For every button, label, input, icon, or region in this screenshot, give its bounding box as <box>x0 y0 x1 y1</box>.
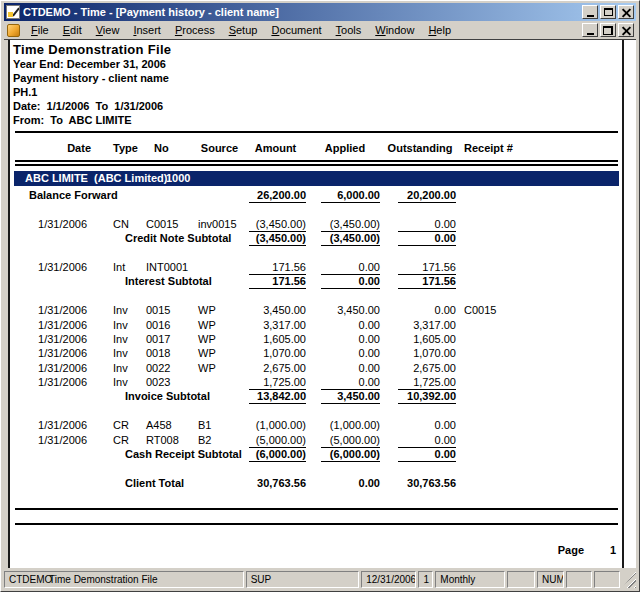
row-label: Balance Forward <box>13 188 243 203</box>
cell-source: WP <box>196 318 243 332</box>
window-controls <box>582 5 634 19</box>
column-header-type: Type <box>101 142 144 156</box>
amount-value: 1,070.00 <box>249 346 306 360</box>
cell-outstanding: 3,317.00 <box>382 318 458 332</box>
cell-receipt <box>458 447 620 462</box>
amount-value: 171.56 <box>249 260 306 275</box>
menu-help[interactable]: Help <box>421 22 458 38</box>
cell-receipt <box>458 217 620 232</box>
amount-value: (5,000.00) <box>249 433 306 448</box>
menu-tools[interactable]: Tools <box>329 22 369 38</box>
child-restore-icon <box>603 26 613 35</box>
cell-date: 1/31/2006 <box>13 318 101 332</box>
menu-document[interactable]: Document <box>264 22 328 38</box>
maximize-icon <box>604 8 613 16</box>
maximize-button[interactable] <box>600 5 616 19</box>
column-header-amount: Amount <box>243 142 308 156</box>
cell-applied: (3,450.00) <box>308 217 382 232</box>
cell-no: RT008 <box>144 433 196 448</box>
cell-date: 1/31/2006 <box>13 346 101 360</box>
cell-type: CN <box>101 217 144 232</box>
child-close-button[interactable] <box>618 23 634 37</box>
cell-source: WP <box>196 303 243 317</box>
child-minimize-button[interactable] <box>582 23 598 37</box>
cell-source: inv0015 <box>196 217 243 232</box>
cell-receipt <box>458 231 620 246</box>
cell-receipt <box>458 375 620 390</box>
header-rule <box>15 131 618 133</box>
cell-receipt <box>458 346 620 360</box>
row-label: Credit Note Subtotal <box>13 231 243 246</box>
row-label: Interest Subtotal <box>13 274 243 289</box>
menu-insert[interactable]: Insert <box>126 22 168 38</box>
cell-no: 0016 <box>144 318 196 332</box>
document-icon[interactable] <box>7 24 20 37</box>
app-icon[interactable] <box>6 5 20 19</box>
report-row-data: 1/31/2006CNC0015inv0015(3,450.00)(3,450.… <box>13 217 620 231</box>
resize-grip-icon[interactable] <box>622 571 636 588</box>
footer-rule-1 <box>15 508 618 510</box>
cell-date: 1/31/2006 <box>13 260 101 275</box>
cell-receipt: C0015 <box>458 303 620 317</box>
cell-amount: 26,200.00 <box>243 188 308 203</box>
child-close-icon <box>622 26 631 35</box>
outstanding-value: 2,675.00 <box>398 361 456 375</box>
amount-value: 1,725.00 <box>249 375 306 390</box>
status-frequency: Monthly <box>435 571 505 588</box>
minimize-icon <box>587 15 594 17</box>
cell-receipt <box>458 433 620 448</box>
menu-window[interactable]: Window <box>368 22 421 38</box>
menu-setup[interactable]: Setup <box>222 22 265 38</box>
outstanding-value: 0.00 <box>398 303 456 317</box>
cell-source: WP <box>196 332 243 346</box>
outstanding-value: 0.00 <box>398 447 456 462</box>
minimize-button[interactable] <box>582 5 598 19</box>
cell-date: 1/31/2006 <box>13 433 101 448</box>
window-title: CTDEMO - Time - [Payment history - clien… <box>23 6 582 18</box>
outstanding-value: 1,605.00 <box>398 332 456 346</box>
cell-type: CR <box>101 418 144 432</box>
status-date: 12/31/2006 <box>361 571 416 588</box>
outstanding-value: 171.56 <box>398 274 456 289</box>
cell-receipt <box>458 318 620 332</box>
report-header-line: Date: 1/1/2006 To 1/31/2006 <box>13 99 620 113</box>
cell-type: Inv <box>101 332 144 346</box>
menu-edit[interactable]: Edit <box>56 22 89 38</box>
report-row-subtotal: Interest Subtotal171.560.00171.56 <box>13 274 620 288</box>
child-window-controls <box>582 23 634 37</box>
applied-value: (6,000.00) <box>321 447 380 462</box>
cell-outstanding: 2,675.00 <box>382 361 458 375</box>
amount-value: 13,842.00 <box>249 389 306 404</box>
cell-no: C0015 <box>144 217 196 232</box>
cell-amount: 2,675.00 <box>243 361 308 375</box>
outstanding-value: 1,070.00 <box>398 346 456 360</box>
cell-amount: (1,000.00) <box>243 418 308 432</box>
title-bar[interactable]: CTDEMO - Time - [Payment history - clien… <box>4 3 636 21</box>
applied-value: 6,000.00 <box>321 188 380 203</box>
applied-value: 0.00 <box>321 346 380 360</box>
close-button[interactable] <box>618 5 634 19</box>
cell-type: Inv <box>101 375 144 390</box>
menu-view[interactable]: View <box>89 22 127 38</box>
child-restore-button[interactable] <box>600 23 616 37</box>
column-header-receipt: Receipt # <box>458 142 620 156</box>
amount-value: 2,675.00 <box>249 361 306 375</box>
cell-outstanding: 0.00 <box>382 418 458 432</box>
menu-process[interactable]: Process <box>168 22 222 38</box>
client-number: 1000 <box>166 171 190 186</box>
report-title: Time Demonstration File <box>13 43 620 57</box>
menu-file[interactable]: File <box>24 22 56 38</box>
cell-receipt <box>458 361 620 375</box>
report-row-data: 1/31/2006Inv0017WP1,605.000.001,605.00 <box>13 332 620 346</box>
cell-outstanding: 0.00 <box>382 231 458 246</box>
cell-applied: 3,450.00 <box>308 389 382 404</box>
report-header-line: Year End: December 31, 2006 <box>13 57 620 71</box>
report-row-subtotal: Invoice Subtotal13,842.003,450.0010,392.… <box>13 389 620 403</box>
cell-outstanding: 0.00 <box>382 303 458 317</box>
cell-outstanding: 171.56 <box>382 260 458 275</box>
report-row-subtotal: Cash Receipt Subtotal(6,000.00)(6,000.00… <box>13 447 620 461</box>
cell-applied: 0.00 <box>308 375 382 390</box>
applied-value: (3,450.00) <box>321 217 380 232</box>
column-header-date: Date <box>13 142 101 156</box>
column-header-source: Source <box>196 142 243 156</box>
